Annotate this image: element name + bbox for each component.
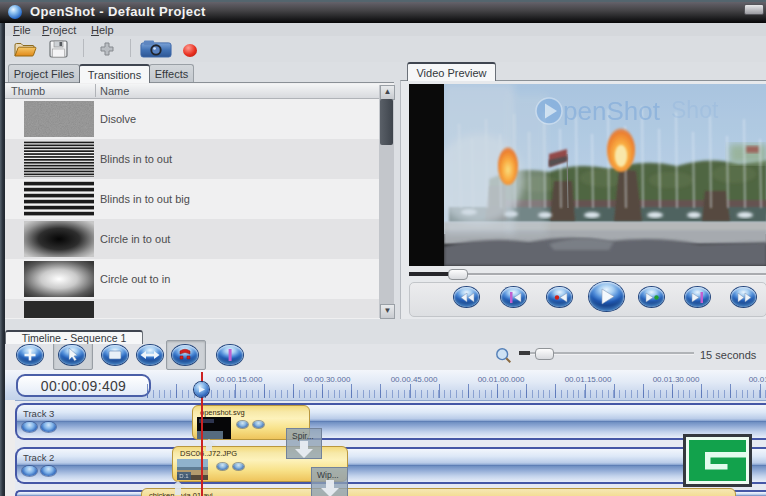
svg-text:00.00.30.000: 00.00.30.000 — [304, 375, 351, 384]
svg-text:00.01.00.000: 00.01.00.000 — [478, 375, 525, 384]
svg-text:penShot: penShot — [563, 96, 661, 126]
svg-text:00.01.30.000: 00.01.30.000 — [653, 375, 700, 384]
svg-text:Shot: Shot — [671, 97, 719, 123]
svg-text:00.01.15.000: 00.01.15.000 — [565, 375, 612, 384]
svg-text:00.00.45.000: 00.00.45.000 — [391, 375, 438, 384]
svg-text:00.00.15.000: 00.00.15.000 — [216, 375, 263, 384]
svg-text:00.01.4: 00.01.4 — [749, 375, 766, 384]
